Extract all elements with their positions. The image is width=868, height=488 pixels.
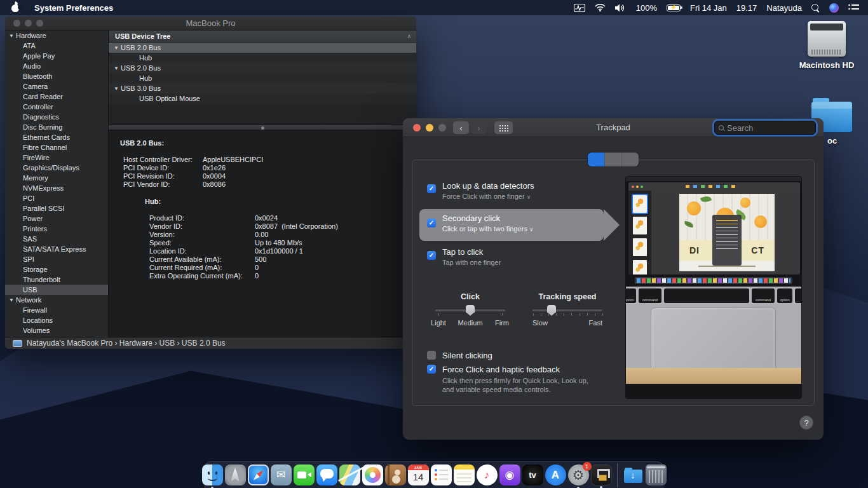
sidebar-item[interactable]: SPI [5, 254, 108, 264]
sidebar-item[interactable]: Diagnostics [5, 112, 108, 122]
disclosure-triangle-icon[interactable]: ▼ [9, 297, 16, 303]
sidebar-item[interactable]: Firewall [5, 305, 108, 315]
sidebar-item[interactable]: Memory [5, 173, 108, 183]
tab-more-gestures[interactable] [622, 152, 639, 166]
tap-to-click-checkbox[interactable] [427, 251, 436, 260]
trackpad-title-bar[interactable]: ‹ › Trackpad [403, 118, 824, 137]
tree-row[interactable]: Hub [109, 53, 416, 63]
menu-date[interactable]: Fri 14 Jan [690, 3, 727, 13]
dock-icon-messages[interactable] [316, 464, 337, 485]
force-click-checkbox[interactable] [427, 365, 436, 374]
hard-drive-icon[interactable] [808, 21, 846, 57]
sidebar-item[interactable]: Volumes [5, 325, 108, 336]
pane-splitter[interactable] [109, 125, 416, 130]
disclosure-triangle-icon[interactable]: ▼ [9, 33, 16, 39]
help-button[interactable]: ? [799, 416, 813, 430]
sidebar-item[interactable]: Camera [5, 81, 108, 92]
sidebar-item[interactable]: Power [5, 214, 108, 224]
search-input[interactable] [727, 123, 803, 133]
sidebar-item[interactable]: Storage [5, 264, 108, 274]
disclosure-triangle-icon[interactable]: ▼ [114, 86, 121, 92]
secondary-click-checkbox[interactable] [427, 219, 436, 227]
sidebar-item[interactable]: Thunderbolt [5, 274, 108, 285]
dock-icon-system-information[interactable] [591, 464, 612, 485]
silent-clicking-checkbox[interactable] [427, 351, 436, 360]
tree-row[interactable]: ▼ USB 2.0 Bus [109, 43, 416, 53]
sysinfo-title-bar[interactable]: MacBook Pro [5, 17, 416, 30]
lookup-checkbox[interactable] [427, 184, 436, 193]
tree-row[interactable]: USB Optical Mouse [109, 93, 416, 104]
usb-device-tree-header[interactable]: USB Device Tree ∧ [109, 30, 416, 43]
dock-icon-calendar[interactable]: JAN 14 [408, 464, 429, 485]
tracking-slider-thumb[interactable] [547, 305, 556, 316]
dock-icon-safari[interactable] [248, 464, 269, 485]
sidebar-item[interactable]: PCI [5, 193, 108, 203]
dock-icon-finder[interactable] [202, 464, 223, 485]
dock-icon-downloads[interactable]: ↓ [623, 464, 644, 485]
sidebar-item[interactable]: ATA [5, 41, 108, 51]
battery-icon[interactable]: ⚡ [667, 4, 681, 11]
dock-icon-contacts[interactable] [385, 464, 406, 485]
dock-icon-appstore[interactable]: A [545, 464, 566, 485]
activity-monitor-icon[interactable] [574, 4, 585, 12]
dock-icon-music[interactable]: ♪ [477, 464, 498, 485]
sidebar-item[interactable]: Controller [5, 102, 108, 112]
dock-icon-system-preferences[interactable]: ⚙ 1 [568, 464, 589, 485]
tree-row[interactable]: Hub [109, 73, 416, 83]
dock-icon-launchpad[interactable] [225, 464, 246, 485]
lookup-dropdown[interactable]: Force Click with one finger ∨ [442, 193, 531, 200]
disclosure-triangle-icon[interactable]: ▼ [114, 45, 121, 51]
tab-point-and-click[interactable] [588, 152, 605, 166]
sidebar-item-hardware[interactable]: ▼ Hardware [5, 30, 108, 41]
desktop-icon-macintosh-hd[interactable]: Macintosh HD [789, 21, 865, 70]
dock-icon-tv[interactable]: tv [522, 464, 543, 485]
sidebar-item[interactable]: Fibre Channel [5, 142, 108, 152]
dock-icon-podcasts[interactable]: ◉ [499, 464, 520, 485]
sidebar-item[interactable]: Bluetooth [5, 71, 108, 81]
volume-icon[interactable] [615, 4, 627, 12]
dock-icon-photos[interactable] [362, 464, 383, 485]
click-slider-thumb[interactable] [466, 305, 475, 316]
sidebar-item-usb[interactable]: USB [5, 285, 108, 295]
dock-icon-facetime[interactable] [294, 464, 315, 485]
menu-user[interactable]: Natayuda [766, 3, 802, 13]
splitter-handle-icon[interactable] [261, 126, 264, 130]
tree-row[interactable]: ▼ USB 2.0 Bus [109, 63, 416, 73]
sidebar-item[interactable]: Audio [5, 61, 108, 71]
spotlight-icon[interactable] [811, 4, 820, 12]
wifi-icon[interactable] [595, 4, 606, 11]
sidebar-item-network[interactable]: ▼ Network [5, 295, 108, 305]
sidebar-item[interactable]: Ethernet Cards [5, 132, 108, 142]
notification-center-icon[interactable] [848, 4, 859, 11]
sidebar-item[interactable]: SAS [5, 234, 108, 244]
dock-icon-trash[interactable] [646, 464, 667, 485]
dock-icon-mail[interactable]: ✉ [271, 464, 292, 485]
tab-scroll-and-zoom[interactable] [605, 152, 622, 166]
apple-menu-icon[interactable] [10, 3, 20, 13]
sidebar-item[interactable]: Parallel SCSI [5, 203, 108, 214]
sidebar-item[interactable]: NVMExpress [5, 183, 108, 193]
sidebar-item[interactable]: Apple Pay [5, 51, 108, 61]
menu-time[interactable]: 19.17 [736, 3, 757, 13]
sidebar-item[interactable]: Printers [5, 224, 108, 234]
key-command-right: command [752, 288, 775, 303]
tracking-slider-track[interactable] [532, 309, 602, 311]
dock-icon-notes[interactable] [454, 464, 475, 485]
sidebar-item[interactable]: Graphics/Displays [5, 163, 108, 173]
tree-row[interactable]: ▼ USB 3.0 Bus [109, 83, 416, 93]
sidebar-item[interactable]: FireWire [5, 152, 108, 163]
sidebar-item[interactable]: Locations [5, 315, 108, 325]
dock-icon-maps[interactable] [339, 464, 360, 485]
key-option-right: option [777, 288, 792, 303]
dock-icon-reminders[interactable] [431, 464, 452, 485]
search-field[interactable] [714, 121, 816, 135]
dock-separator[interactable] [617, 463, 618, 487]
disclosure-triangle-icon[interactable]: ▼ [114, 65, 121, 71]
siri-icon[interactable] [829, 3, 839, 13]
collapse-chevron-icon[interactable]: ∧ [407, 33, 411, 39]
sidebar-item[interactable]: Card Reader [5, 92, 108, 102]
sidebar-item[interactable]: Disc Burning [5, 122, 108, 132]
menu-app-name[interactable]: System Preferences [34, 3, 113, 13]
sidebar-item[interactable]: SATA/SATA Express [5, 244, 108, 254]
secondary-click-dropdown[interactable]: Click or tap with two fingers ∨ [442, 225, 534, 233]
